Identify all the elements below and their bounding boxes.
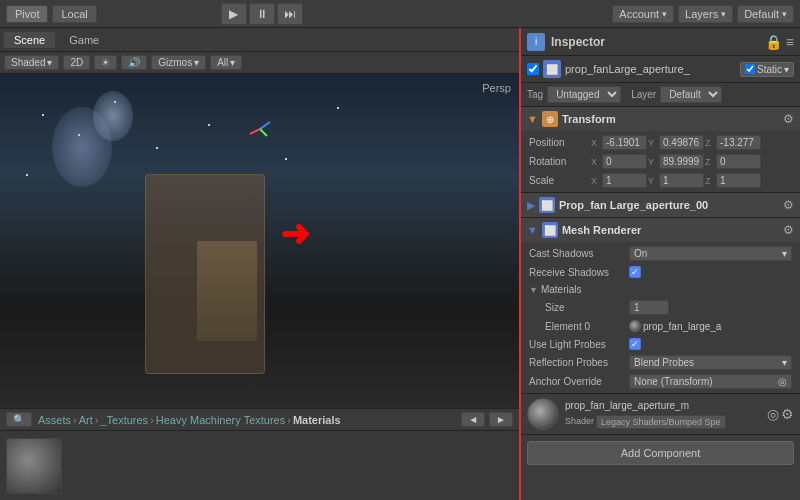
receive-shadows-label: Receive Shadows [529,267,629,278]
mesh-renderer-title: Mesh Renderer [562,224,779,236]
receive-shadows-checkbox[interactable]: ✓ [629,266,641,278]
static-checkbox[interactable] [745,64,755,74]
transform-fold-icon: ▼ [527,113,538,125]
inspector-header: i Inspector 🔒 ≡ [521,28,800,56]
transform-body: Position X Y Z Rotation X [521,131,800,192]
reflection-probes-select[interactable]: Blend Probes ▾ [629,355,792,370]
object-name[interactable]: prop_fanLarge_aperture_ [565,63,736,75]
material-info: prop_fan_large_aperture_m Shader Legacy … [565,400,761,429]
rotation-y-label: Y [648,157,658,167]
shaded-dropdown[interactable]: Shaded ▾ [4,55,59,70]
scale-y-label: Y [648,176,658,186]
pause-button[interactable]: ⏸ [249,3,275,25]
rotation-y-input[interactable] [659,154,704,169]
scene-game-tabs: Scene Game [0,28,519,52]
element0-value[interactable]: prop_fan_large_a [643,321,792,332]
anchor-override-select[interactable]: None (Transform) ◎ [629,374,792,389]
mesh-renderer-header[interactable]: ▼ ⬜ Mesh Renderer ⚙ [521,218,800,242]
play-button[interactable]: ▶ [221,3,247,25]
static-dropdown-icon[interactable]: ▾ [784,64,789,75]
element0-field: prop_fan_large_a [629,320,792,332]
shader-value[interactable]: Legacy Shaders/Bumped Spe [596,415,726,429]
cast-shadows-select[interactable]: On ▾ [629,246,792,261]
breadcrumb-materials[interactable]: Materials [293,414,341,426]
scale-x-input[interactable] [602,173,647,188]
breadcrumb-art[interactable]: Art [79,414,93,426]
tag-select[interactable]: Untagged [547,86,621,103]
position-x-input[interactable] [602,135,647,150]
add-component-button[interactable]: Add Component [527,441,794,465]
material-select-icon[interactable]: ◎ [767,406,779,422]
breadcrumb: Assets › Art › _Textures › Heavy Machine… [38,414,341,426]
play-controls: ▶ ⏸ ⏭ [221,3,303,25]
anchor-override-label: Anchor Override [529,376,629,387]
prop-header[interactable]: ▶ ⬜ Prop_fan Large_aperture_00 ⚙ [521,193,800,217]
object-header: ⬜ prop_fanLarge_aperture_ Static ▾ [521,56,800,83]
inspector-title: Inspector [551,35,605,49]
breadcrumb-assets[interactable]: Assets [38,414,71,426]
size-input[interactable] [629,300,669,315]
rotation-z-input[interactable] [716,154,761,169]
breadcrumb-textures[interactable]: _Textures [100,414,148,426]
next-button[interactable]: ► [489,412,513,427]
gizmos-dropdown[interactable]: Gizmos ▾ [151,55,206,70]
project-bottom-bar: 🔍 Assets › Art › _Textures › Heavy Machi… [0,408,519,430]
2d-button[interactable]: 2D [63,55,90,70]
all-dropdown[interactable]: All ▾ [210,55,242,70]
lock-icon[interactable]: 🔒 [765,34,782,50]
scale-z-label: Z [705,176,715,186]
breadcrumb-sep-1: › [73,414,77,426]
layer-label: Layer [631,89,656,100]
menu-icon[interactable]: ≡ [786,34,794,50]
prop-gear-icon[interactable]: ⚙ [783,198,794,212]
viewport-perspective-label: Persp [482,82,511,94]
local-button[interactable]: Local [52,5,96,23]
default-dropdown[interactable]: Default ▾ [737,5,794,23]
svg-line-0 [260,122,270,129]
breadcrumb-heavy[interactable]: Heavy Machinery Textures [156,414,285,426]
static-label: Static [757,64,782,75]
account-chevron-icon: ▾ [662,9,667,19]
prev-button[interactable]: ◄ [461,412,485,427]
scale-y-input[interactable] [659,173,704,188]
material-name[interactable]: prop_fan_large_aperture_m [565,400,761,411]
pivot-button[interactable]: Pivot [6,5,48,23]
object-active-checkbox[interactable] [527,63,539,75]
scale-x-label: X [591,176,601,186]
cast-shadows-chevron-icon: ▾ [782,248,787,259]
scale-z-input[interactable] [716,173,761,188]
anchor-override-row: Anchor Override None (Transform) ◎ [521,372,800,391]
tab-game[interactable]: Game [59,32,109,48]
svg-line-2 [250,129,260,134]
mesh-renderer-gear-icon[interactable]: ⚙ [783,223,794,237]
use-light-probes-checkbox[interactable]: ✓ [629,338,641,350]
transform-gear-icon[interactable]: ⚙ [783,112,794,126]
inspector-icon: i [527,33,545,51]
materials-fold-icon[interactable]: ▼ [529,285,538,295]
top-bar-right: Account ▾ Layers ▾ Default ▾ [612,5,794,23]
element0-thumb [629,320,641,332]
gizmos-chevron-icon: ▾ [194,57,199,68]
position-y-input[interactable] [659,135,704,150]
top-toolbar: Pivot Local ▶ ⏸ ⏭ Account ▾ Layers ▾ Def… [0,0,800,28]
material-section: prop_fan_large_aperture_m Shader Legacy … [521,394,800,435]
all-chevron-icon: ▾ [230,57,235,68]
inspector-icon-group: 🔒 ≡ [765,34,794,50]
materials-label: Materials [541,284,582,295]
search-button[interactable]: 🔍 [6,412,32,427]
transform-icon: ⊕ [542,111,558,127]
position-z-input[interactable] [716,135,761,150]
material-gear-icon[interactable]: ⚙ [781,406,794,422]
account-dropdown[interactable]: Account ▾ [612,5,674,23]
viewport[interactable]: ➜ Persp [0,74,519,408]
layers-dropdown[interactable]: Layers ▾ [678,5,733,23]
transform-header[interactable]: ▼ ⊕ Transform ⚙ [521,107,800,131]
lighting-icon[interactable]: ☀ [94,55,117,70]
audio-icon[interactable]: 🔊 [121,55,147,70]
rotation-x-input[interactable] [602,154,647,169]
tab-scene[interactable]: Scene [4,32,55,48]
step-button[interactable]: ⏭ [277,3,303,25]
layer-select[interactable]: Default [660,86,722,103]
reflection-probes-label: Reflection Probes [529,357,629,368]
asset-thumbnail-1[interactable] [6,438,62,494]
